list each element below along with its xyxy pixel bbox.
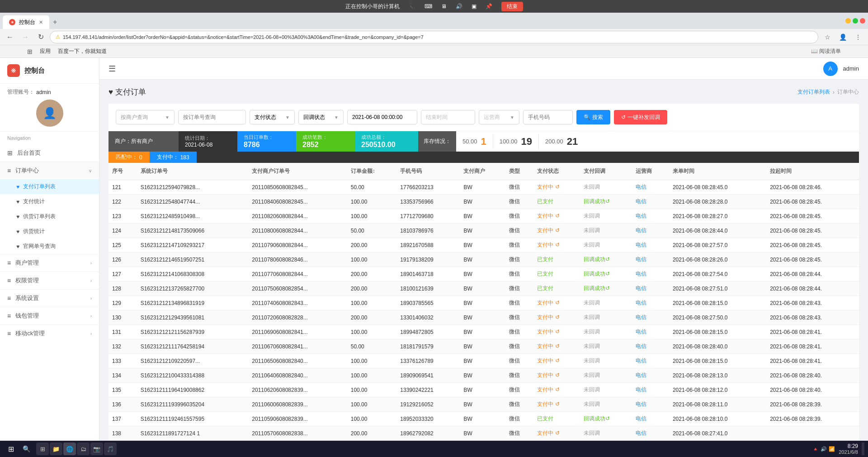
- order-no-input[interactable]: [178, 110, 246, 124]
- task-btn-5[interactable]: 🎵: [104, 443, 117, 455]
- pay-status-arrow: ▼: [285, 115, 290, 120]
- matching-label: 匹配中：: [116, 153, 137, 161]
- sidebar-sub-supply-order[interactable]: ♥ 供货订单列表: [0, 209, 99, 224]
- bookmark-button[interactable]: ☆: [821, 31, 834, 43]
- forward-button[interactable]: →: [19, 31, 32, 43]
- end-session-button[interactable]: 结束: [501, 2, 523, 11]
- search-button[interactable]: 🔍 搜索: [576, 110, 610, 124]
- bookmark-baidu[interactable]: 百度一下，你就知道: [58, 48, 107, 55]
- refund-button[interactable]: ↺ 一键补发回调: [614, 110, 667, 124]
- new-tab-button[interactable]: +: [49, 15, 61, 29]
- col-pull-time: 拉起时间: [766, 163, 859, 180]
- cell-operator[interactable]: 电信: [632, 267, 669, 281]
- start-time-picker[interactable]: 2021-06-08 00:00:00: [347, 110, 417, 124]
- sidebar-item-merchant[interactable]: ≡ 商户管理 ›: [0, 254, 99, 271]
- start-button[interactable]: ⊞: [4, 443, 18, 455]
- cell-pay-status: 已支付: [533, 412, 580, 426]
- tab-close-icon[interactable]: ✕: [39, 19, 43, 25]
- task-btn-4[interactable]: 📷: [90, 443, 103, 455]
- cell-sys-order: S16231212121156287939: [137, 325, 249, 339]
- task-btn-browser[interactable]: 🌐: [63, 443, 76, 455]
- pay-status-filter[interactable]: 支付状态 ▼: [250, 110, 295, 124]
- cell-operator[interactable]: 电信: [632, 310, 669, 325]
- browser-tab[interactable]: ❋ 控制台 ✕: [3, 15, 49, 29]
- sidebar-item-settings[interactable]: ≡ 系统设置 ›: [0, 289, 99, 307]
- recall-status-filter[interactable]: 回调状态 ▼: [298, 110, 344, 124]
- cell-operator[interactable]: 电信: [632, 209, 669, 224]
- cell-sys-order: S16231211193996035204: [137, 397, 249, 412]
- cell-phone: 18921670588: [396, 238, 460, 252]
- search-icon: 🔍: [584, 114, 590, 120]
- reading-mode-icon[interactable]: 📖 阅读清单: [811, 48, 841, 55]
- cell-operator[interactable]: 电信: [632, 412, 669, 426]
- sidebar-logo: ❋ 控制台: [0, 58, 99, 84]
- recall-status-arrow: ▼: [334, 115, 339, 120]
- operator-filter[interactable]: 运营商 ▼: [479, 110, 519, 124]
- cell-pull-time: 2021-06-08 08:28:43.: [766, 310, 859, 325]
- cell-operator[interactable]: 电信: [632, 368, 669, 383]
- reload-button[interactable]: ↻: [34, 31, 47, 43]
- cell-phone: 18901463718: [396, 267, 460, 281]
- sidebar-sub-supply-stats[interactable]: ♥ 供货统计: [0, 224, 99, 239]
- cell-operator[interactable]: 电信: [632, 238, 669, 252]
- col-amount[interactable]: 订单金额↕: [347, 163, 397, 180]
- sidebar-sub-official[interactable]: ♥ 官网单号查询: [0, 239, 99, 254]
- phone-input[interactable]: [523, 110, 573, 124]
- cell-arrive-time: 2021-06-08 08:27:57.0: [669, 238, 766, 252]
- recall-status-label: 回调状态: [303, 114, 325, 121]
- menu-button[interactable]: ⋮: [852, 31, 864, 43]
- cell-operator[interactable]: 电信: [632, 252, 669, 267]
- cell-type: 微信: [505, 252, 534, 267]
- close-button[interactable]: [860, 18, 865, 24]
- cell-sys-order: S16231212148173509066: [137, 224, 249, 238]
- sidebar-sub-pay-order[interactable]: ♥ 支付订单列表: [0, 179, 99, 194]
- task-btn-1[interactable]: ⊞: [36, 443, 49, 455]
- task-btn-3[interactable]: 🗂: [77, 443, 90, 455]
- paying-label: 支付中：: [157, 153, 179, 161]
- cell-arrive-time: 2021-06-08 08:28:11.0: [669, 397, 766, 412]
- admin-info: 管理账号： admin 👤: [0, 84, 99, 132]
- cell-operator[interactable]: 电信: [632, 325, 669, 339]
- cell-arrive-time: 2021-06-08 08:28:40.0: [669, 339, 766, 354]
- sidebar-sub-pay-stats[interactable]: ♥ 支付统计: [0, 194, 99, 209]
- sidebar-item-home[interactable]: ⊞ 后台首页: [0, 144, 99, 162]
- minimize-button[interactable]: [845, 18, 851, 24]
- cell-pull-time: 2021-06-08 08:28:41.: [766, 354, 859, 368]
- cell-arrive-time: 2021-06-08 08:28:26.0: [669, 252, 766, 267]
- cell-operator[interactable]: 电信: [632, 195, 669, 209]
- search-taskbar[interactable]: 🔍: [20, 443, 33, 455]
- maximize-button[interactable]: [853, 18, 858, 24]
- address-bar[interactable]: ⚠ 154.197.48.141/admin/order/listOrder?o…: [50, 31, 818, 43]
- cell-operator[interactable]: 电信: [632, 180, 669, 195]
- cell-operator[interactable]: 电信: [632, 224, 669, 238]
- back-button[interactable]: ←: [4, 31, 16, 43]
- task-btn-2[interactable]: 📁: [50, 443, 62, 455]
- end-time-picker[interactable]: 结束时间: [421, 110, 475, 124]
- sidebar-item-wallet[interactable]: ≡ 钱包管理 ›: [0, 307, 99, 324]
- sidebar-item-order-center[interactable]: ≡ 订单中心 ∨: [0, 162, 99, 179]
- bookmark-apps[interactable]: 应用: [40, 48, 51, 55]
- cell-operator[interactable]: 电信: [632, 383, 669, 397]
- cell-operator[interactable]: 电信: [632, 397, 669, 412]
- cell-merchant: BW: [460, 383, 505, 397]
- cell-no: 138: [108, 426, 137, 441]
- profile-button[interactable]: 👤: [836, 31, 849, 43]
- settings-arrow: ›: [90, 296, 92, 301]
- cell-operator[interactable]: 电信: [632, 354, 669, 368]
- cell-pay-order: 20110840608082845...: [248, 195, 347, 209]
- breadcrumb-home[interactable]: 支付订单列表: [797, 88, 830, 96]
- sidebar-item-mobile-ck[interactable]: ≡ 移动ck管理 ›: [0, 324, 99, 342]
- hamburger-icon[interactable]: ☰: [108, 64, 116, 74]
- show-desktop-button[interactable]: [862, 443, 864, 455]
- inventory-label-box: 库存情况：: [418, 131, 456, 152]
- cell-type: 微信: [505, 325, 534, 339]
- cell-operator[interactable]: 电信: [632, 339, 669, 354]
- cell-no: 131: [108, 325, 137, 339]
- sidebar-item-perm[interactable]: ≡ 权限管理 ›: [0, 271, 99, 289]
- cell-operator[interactable]: 电信: [632, 426, 669, 441]
- cell-operator[interactable]: 电信: [632, 281, 669, 296]
- breadcrumb-sep: ›: [833, 89, 835, 95]
- cell-no: 121: [108, 180, 137, 195]
- merchant-filter[interactable]: 按商户查询 ▼: [116, 110, 175, 124]
- cell-operator[interactable]: 电信: [632, 296, 669, 310]
